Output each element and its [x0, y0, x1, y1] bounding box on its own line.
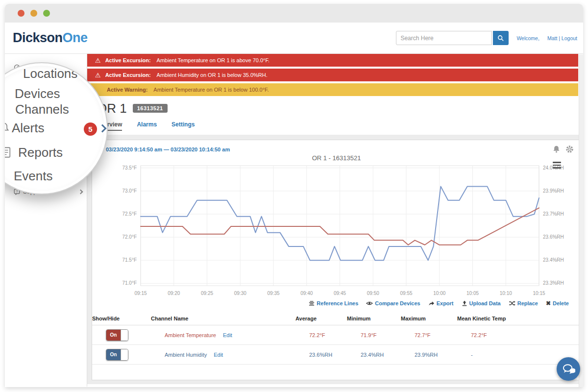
svg-text:09:40: 09:40 — [300, 291, 313, 296]
logo-part-one: One — [63, 30, 88, 45]
logo-part-dickson: Dickson — [13, 30, 63, 45]
sidebar-item-alerts[interactable]: Alerts — [12, 121, 44, 136]
device-panel: 03/23/2020 9:14:50 am — 03/23/2020 10:14… — [92, 140, 581, 380]
edit-link[interactable]: Edit — [223, 332, 232, 338]
panel-header-icons — [552, 145, 574, 153]
show-hide-toggle[interactable]: On — [106, 329, 128, 341]
svg-text:23.4%RH: 23.4%RH — [543, 257, 564, 263]
alert-banner-warning-temperature: Active Warning:Ambient Temperature on OR… — [87, 83, 578, 96]
chat-support-button[interactable] — [557, 357, 580, 381]
svg-text:09:50: 09:50 — [367, 291, 379, 296]
toggle-on-label: On — [106, 330, 121, 341]
reference-lines-icon — [309, 300, 315, 306]
sidebar-item-channels[interactable]: Channels — [15, 102, 69, 117]
app-header: DicksonOne Welcome, Matt | Logout — [5, 23, 583, 54]
replace-button[interactable]: Replace — [509, 300, 538, 306]
export-button[interactable]: Export — [428, 300, 454, 306]
search-button[interactable] — [493, 31, 509, 45]
svg-text:72.0°F: 72.0°F — [122, 234, 137, 240]
mkt-value: - — [471, 352, 581, 358]
bell-icon — [5, 122, 10, 134]
col-show-hide: Show/Hide — [92, 316, 151, 321]
tab-alarms[interactable]: Alarms — [137, 121, 157, 130]
svg-text:10:10: 10:10 — [500, 291, 512, 296]
dicksonone-logo: DicksonOne — [13, 30, 88, 46]
welcome-link[interactable]: Welcome, — [516, 35, 539, 41]
gear-icon[interactable] — [565, 145, 574, 153]
svg-text:23.6%RH: 23.6%RH — [543, 234, 564, 240]
line-chart: 09:1509:2009:2509:3009:3509:4009:4509:50… — [92, 162, 580, 299]
export-arrow-icon — [428, 300, 435, 306]
mkt-value: 72.2°F — [471, 332, 581, 338]
main-content: ⚠ Active Excursion:Ambient Temperature o… — [87, 54, 583, 387]
chevron-right-icon[interactable] — [98, 124, 107, 133]
report-document-icon — [5, 147, 12, 158]
alert-banner-excursion-temperature: ⚠ Active Excursion:Ambient Temperature o… — [87, 54, 578, 67]
max-value: 23.9%RH — [415, 352, 471, 358]
reference-lines-button[interactable]: Reference Lines — [309, 300, 358, 306]
svg-text:23.7%RH: 23.7%RH — [543, 211, 564, 217]
banner-label: Active Warning: — [107, 87, 147, 93]
table-row-ambient-humidity: On Ambient HumidityEdit 23.6%RH 23.4%RH … — [92, 345, 581, 365]
tab-settings[interactable]: Settings — [172, 121, 195, 130]
chart-title: OR 1 - 16313521 — [92, 154, 581, 162]
svg-text:23.9%RH: 23.9%RH — [543, 188, 564, 194]
svg-text:09:15: 09:15 — [134, 291, 147, 296]
max-value: 72.7°F — [415, 332, 471, 338]
show-hide-toggle[interactable]: On — [106, 349, 128, 361]
svg-text:09:55: 09:55 — [400, 291, 412, 296]
avg-value: 23.6%RH — [309, 352, 361, 358]
search-box — [396, 31, 509, 45]
svg-text:73.5°F: 73.5°F — [122, 165, 137, 171]
min-value: 71.9°F — [361, 332, 415, 338]
maximize-window-dot[interactable] — [43, 10, 50, 17]
scrollbar[interactable] — [579, 54, 583, 387]
action-label: Compare Devices — [375, 300, 420, 306]
svg-text:71.0°F: 71.0°F — [122, 280, 137, 286]
sidebar-item-locations[interactable]: Locations — [23, 66, 77, 81]
sidebar-item-events[interactable]: Events — [14, 169, 53, 184]
channel-name: Ambient Humidity — [165, 352, 207, 358]
chat-bubbles-icon — [562, 363, 575, 375]
svg-text:09:20: 09:20 — [168, 291, 180, 296]
channel-name: Ambient Temperature — [165, 332, 216, 338]
bell-icon[interactable] — [552, 145, 561, 153]
svg-text:73.0°F: 73.0°F — [122, 188, 137, 194]
min-value: 23.4%RH — [361, 352, 415, 358]
page-title-row: OR 1 16313521 — [87, 100, 583, 116]
chart-menu-icon[interactable] — [553, 162, 561, 169]
action-label: Upload Data — [469, 300, 501, 306]
svg-text:09:35: 09:35 — [267, 291, 279, 296]
svg-text:71.5°F: 71.5°F — [122, 257, 137, 263]
toggle-knob — [121, 330, 128, 341]
upload-data-button[interactable]: Upload Data — [462, 300, 501, 306]
svg-text:09:30: 09:30 — [234, 291, 246, 296]
eye-icon — [366, 300, 373, 306]
date-range-link[interactable]: 03/23/2020 9:14:50 am — 03/23/2020 10:14… — [106, 147, 230, 152]
delete-button[interactable]: ✖ Delete — [546, 300, 569, 307]
sidebar-item-devices[interactable]: Devices — [15, 86, 60, 101]
search-input[interactable] — [396, 31, 492, 45]
tabs: Overview Alarms Settings — [87, 121, 583, 133]
compare-devices-button[interactable]: Compare Devices — [366, 300, 420, 306]
svg-text:72.5°F: 72.5°F — [122, 211, 137, 217]
action-label: Replace — [517, 300, 538, 306]
banner-message: Ambient Humidity on OR 1 is below 35.0%R… — [157, 72, 268, 78]
svg-text:09:25: 09:25 — [201, 291, 213, 296]
banner-message: Ambient Temperature on OR 1 is above 70.… — [157, 57, 270, 63]
edit-link[interactable]: Edit — [214, 352, 223, 358]
col-minimum: Minimum — [347, 316, 401, 321]
action-label: Export — [437, 300, 454, 306]
browser-window: DicksonOne Welcome, Matt | Logout — [5, 4, 583, 387]
col-mean-kinetic-temp: Mean Kinetic Temp — [457, 316, 581, 321]
col-channel-name: Channel Name — [151, 316, 295, 321]
browser-chrome — [5, 4, 583, 23]
sidebar-item-reports[interactable]: Reports — [18, 145, 63, 160]
alert-banner-excursion-humidity: ⚠ Active Excursion:Ambient Humidity on O… — [87, 69, 578, 81]
chevron-right-icon — [78, 189, 83, 194]
close-window-dot[interactable] — [18, 10, 24, 17]
table-row-ambient-temperature: On Ambient TemperatureEdit 72.2°F 71.9°F… — [92, 325, 581, 345]
user-logout-link[interactable]: Matt | Logout — [547, 35, 577, 41]
minimize-window-dot[interactable] — [30, 10, 37, 17]
warning-triangle-icon: ⚠ — [95, 57, 101, 64]
